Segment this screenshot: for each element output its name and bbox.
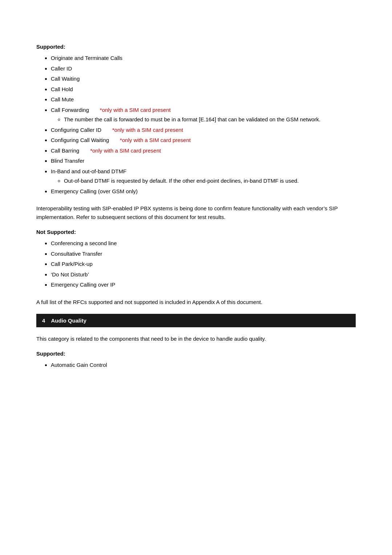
item-label: Call Forwarding — [51, 106, 89, 114]
list-item: Consultative Transfer — [51, 250, 356, 258]
section4-supported-heading: Supported: — [36, 351, 356, 357]
item-label: Configuring Caller ID — [51, 126, 101, 134]
supported-section: Supported: Originate and Terminate Calls… — [36, 44, 356, 195]
item-label: Call Mute — [51, 96, 74, 102]
list-item: Conferencing a second line — [51, 239, 356, 248]
page-container: Supported: Originate and Terminate Calls… — [0, 0, 392, 407]
sub-list: Out-of-band DTMF is requested by default… — [51, 177, 356, 185]
not-supported-list: Conferencing a second line Consultative … — [36, 239, 356, 289]
not-supported-section: Not Supported: Conferencing a second lin… — [36, 229, 356, 289]
rfc-paragraph: A full list of the RFCs supported and no… — [36, 298, 356, 307]
list-item: Emergency Calling (over GSM only) — [51, 187, 356, 196]
item-label: Call Hold — [51, 86, 73, 92]
section4-supported-list: Automatic Gain Control — [36, 361, 356, 369]
list-item-configuring-call-waiting: Configuring Call Waiting *only with a SI… — [51, 136, 356, 145]
item-label: Call Waiting — [51, 76, 79, 82]
interop-paragraph: Interoperability testing with SIP-enable… — [36, 204, 356, 222]
section4-supported: Supported: Automatic Gain Control — [36, 351, 356, 369]
list-item: Call Park/Pick-up — [51, 260, 356, 268]
item-label: Originate and Terminate Calls — [51, 55, 122, 61]
list-item-call-forwarding: Call Forwarding *only with a SIM card pr… — [51, 106, 356, 124]
section4-title: Audio Quality — [51, 317, 86, 324]
list-item-dtmf: In-Band and out-of-band DTMF Out-of-band… — [51, 167, 356, 185]
item-label: Emergency Calling (over GSM only) — [51, 188, 138, 194]
item-label: Blind Transfer — [51, 158, 85, 164]
list-item: Emergency Calling over IP — [51, 281, 356, 289]
item-label: Call Barring — [51, 147, 79, 155]
sim-note: *only with a SIM card present — [120, 136, 191, 145]
item-label: Conferencing a second line — [51, 240, 117, 246]
sub-list: The number the call is forwarded to must… — [51, 116, 356, 124]
sim-note: *only with a SIM card present — [100, 106, 171, 114]
sim-note: *only with a SIM card present — [112, 126, 183, 134]
item-label: Caller ID — [51, 65, 72, 72]
supported-list: Originate and Terminate Calls Caller ID … — [36, 54, 356, 195]
item-label: Emergency Calling over IP — [51, 281, 115, 288]
item-label: Call Park/Pick-up — [51, 261, 93, 267]
item-label: Automatic Gain Control — [51, 362, 107, 368]
list-item: Call Mute — [51, 96, 356, 104]
sim-note: *only with a SIM card present — [90, 147, 161, 155]
list-item: Out-of-band DTMF is requested by default… — [64, 177, 356, 185]
item-label: ‘Do Not Disturb’ — [51, 271, 89, 278]
item-label: In-Band and out-of-band DTMF — [51, 168, 126, 174]
list-item-call-barring: Call Barring *only with a SIM card prese… — [51, 147, 356, 155]
item-label: Configuring Call Waiting — [51, 136, 109, 145]
section4-number: 4 — [42, 317, 45, 324]
list-item: ‘Do Not Disturb’ — [51, 271, 356, 279]
list-item: Call Hold — [51, 85, 356, 94]
list-item: Automatic Gain Control — [51, 361, 356, 369]
list-item: Call Waiting — [51, 75, 356, 83]
list-item: Caller ID — [51, 65, 356, 73]
section4-header: 4 Audio Quality — [36, 314, 356, 327]
list-item: Blind Transfer — [51, 157, 356, 165]
list-item-configuring-caller-id: Configuring Caller ID *only with a SIM c… — [51, 126, 356, 134]
not-supported-heading: Not Supported: — [36, 229, 356, 235]
section4-description: This category is related to the componen… — [36, 335, 356, 343]
list-item: The number the call is forwarded to must… — [64, 116, 356, 124]
supported-heading: Supported: — [36, 44, 356, 50]
list-item: Originate and Terminate Calls — [51, 54, 356, 62]
item-label: Consultative Transfer — [51, 251, 102, 257]
